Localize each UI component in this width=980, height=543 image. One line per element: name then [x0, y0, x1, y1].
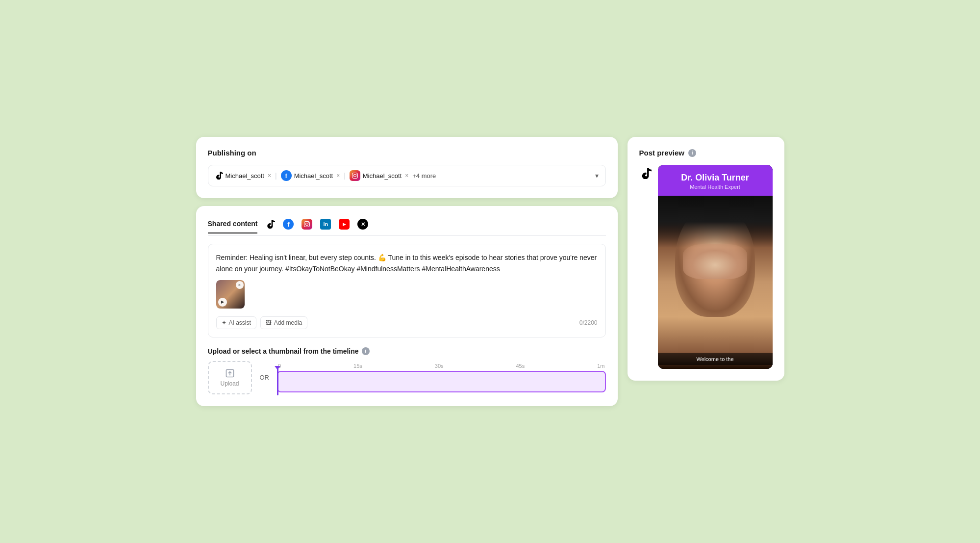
video-image-area: Welcome to the: [658, 196, 773, 369]
platform-tab-icons: f in: [265, 218, 369, 235]
marker-1m: 1m: [597, 363, 604, 369]
tiktok-tag-icon: [215, 172, 223, 180]
right-panel: Post preview i Dr. Olivia Turner Mental …: [628, 137, 784, 381]
video-remove-icon[interactable]: ×: [236, 281, 244, 289]
post-preview-card: Post preview i Dr. Olivia Turner Mental …: [628, 137, 784, 381]
sep1: |: [275, 172, 277, 180]
dropdown-arrow-icon[interactable]: ▾: [595, 172, 599, 180]
left-panel: Publishing on Michael_scott × | f Michae…: [196, 137, 618, 406]
tab-youtube[interactable]: ▶: [338, 218, 351, 231]
x-tab-icon: ✕: [357, 219, 368, 230]
instagram-tag-close[interactable]: ×: [405, 172, 408, 179]
facebook-tag: f Michael_scott ×: [281, 170, 340, 181]
instagram-tag-icon: [350, 170, 360, 181]
instagram-tag: Michael_scott ×: [350, 170, 409, 181]
hair-overlay: [658, 196, 773, 248]
video-bottom-text: Welcome to the: [658, 353, 773, 365]
timeline-markers: 0 15s 30s 45s 1m: [277, 363, 606, 369]
thumbnail-info-icon[interactable]: i: [362, 347, 370, 355]
tab-x[interactable]: ✕: [356, 218, 369, 231]
or-text: OR: [260, 374, 270, 381]
tiktok-username: Michael_scott: [226, 172, 264, 180]
timeline-track[interactable]: [277, 371, 606, 392]
add-media-label: Add media: [274, 319, 302, 326]
tab-shared-content[interactable]: Shared content: [208, 220, 258, 233]
person-name: Dr. Olivia Turner: [664, 173, 767, 183]
publishing-tags-container[interactable]: Michael_scott × | f Michael_scott × |: [208, 165, 606, 186]
image-icon: 🖼: [266, 319, 272, 326]
upload-label: Upload: [220, 380, 239, 387]
video-thumbnail: ▶ ×: [216, 280, 245, 309]
preview-area: Dr. Olivia Turner Mental Health Expert: [639, 165, 773, 369]
timeline-needle[interactable]: [277, 368, 278, 395]
sep2: |: [344, 172, 346, 180]
marker-15s: 15s: [353, 363, 362, 369]
video-preview-container: Dr. Olivia Turner Mental Health Expert: [658, 165, 773, 369]
person-title: Mental Health Expert: [664, 184, 767, 190]
content-actions: ✦ AI assist 🖼 Add media: [216, 316, 308, 329]
marker-30s: 30s: [435, 363, 444, 369]
tab-instagram[interactable]: [301, 218, 313, 231]
shared-content-tab-label: Shared content: [208, 220, 258, 228]
tiktok-tag: Michael_scott ×: [215, 172, 272, 180]
more-tags-button[interactable]: +4 more: [412, 172, 436, 180]
publishing-card: Publishing on Michael_scott × | f Michae…: [196, 137, 618, 198]
timeline-bar: [277, 371, 606, 392]
upload-icon: [225, 368, 235, 378]
publishing-title: Publishing on: [208, 149, 606, 157]
post-preview-info-icon[interactable]: i: [688, 149, 696, 157]
tab-tiktok[interactable]: [265, 219, 276, 230]
post-preview-header: Post preview i: [639, 149, 773, 157]
marker-45s: 45s: [516, 363, 525, 369]
preview-tiktok-logo: [639, 167, 653, 181]
ai-assist-button[interactable]: ✦ AI assist: [216, 316, 256, 329]
content-tabs: Shared content f: [208, 218, 606, 236]
thumbnail-section: Upload or select a thumbnail from the ti…: [208, 347, 606, 394]
thumbnail-label: Upload or select a thumbnail from the ti…: [208, 347, 606, 355]
linkedin-tab-icon: in: [320, 219, 331, 230]
instagram-username: Michael_scott: [363, 172, 402, 180]
facebook-username: Michael_scott: [294, 172, 333, 180]
video-play-icon[interactable]: ▶: [218, 298, 227, 307]
add-media-button[interactable]: 🖼 Add media: [260, 316, 307, 329]
facebook-tab-icon: f: [283, 219, 294, 230]
content-footer: ✦ AI assist 🖼 Add media 0/2200: [216, 316, 598, 329]
post-text: Reminder: Healing isn't linear, but ever…: [216, 252, 598, 274]
upload-box[interactable]: Upload: [208, 361, 252, 394]
post-preview-title: Post preview: [639, 149, 685, 157]
thumbnail-row: Upload OR 0 15s 30s 45s 1m: [208, 361, 606, 394]
facebook-tag-icon: f: [281, 170, 292, 181]
sparkle-icon: ✦: [222, 319, 226, 326]
tab-facebook[interactable]: f: [282, 218, 295, 231]
youtube-tab-icon: ▶: [339, 219, 350, 230]
char-count: 0/2200: [579, 319, 598, 326]
facebook-tag-close[interactable]: ×: [336, 172, 340, 179]
ai-assist-label: AI assist: [229, 319, 251, 326]
instagram-tab-icon: [302, 219, 312, 230]
thumbnail-label-text: Upload or select a thumbnail from the ti…: [208, 347, 359, 355]
post-content-area[interactable]: Reminder: Healing isn't linear, but ever…: [208, 244, 606, 337]
timeline-container: 0 15s 30s 45s 1m: [277, 363, 606, 392]
video-preview-inner: Dr. Olivia Turner Mental Health Expert: [658, 165, 773, 369]
tab-linkedin[interactable]: in: [319, 218, 332, 231]
content-editor-card: Shared content f: [196, 206, 618, 406]
smile-area: [683, 244, 747, 279]
tiktok-tag-close[interactable]: ×: [268, 172, 271, 179]
video-header-bar: Dr. Olivia Turner Mental Health Expert: [658, 165, 773, 196]
